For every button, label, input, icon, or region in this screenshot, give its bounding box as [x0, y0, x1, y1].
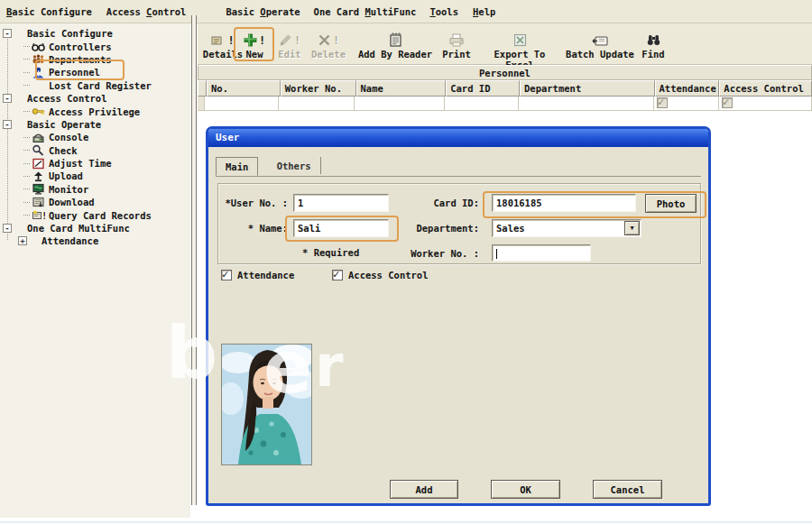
edit-icon: !: [273, 25, 306, 47]
dialog-titlebar[interactable]: User: [208, 129, 708, 147]
tree-item-label: Download: [49, 197, 95, 207]
delete-icon: !: [305, 25, 352, 47]
col-card-id[interactable]: Card ID: [446, 80, 520, 97]
menu-one-card-multifunc[interactable]: One Card MultiFunc: [312, 5, 419, 19]
tree-item-controllers[interactable]: Controllers: [0, 40, 190, 52]
col-no[interactable]: No.: [207, 80, 281, 97]
worker-no-input[interactable]: [492, 244, 591, 262]
tree-connector: [23, 111, 30, 112]
expand-icon[interactable]: +: [18, 236, 27, 245]
tree-connector: [23, 163, 30, 164]
toolbar-delete-button[interactable]: ! Delete: [305, 25, 352, 63]
toolbar-batch-update-button[interactable]: Batch Update: [560, 25, 640, 63]
collapse-icon[interactable]: -: [3, 120, 12, 129]
toolbar-edit-button[interactable]: ! Edit: [273, 25, 306, 63]
user-no-input[interactable]: [293, 194, 389, 212]
col-attendance[interactable]: Attendance: [655, 80, 720, 97]
attendance-checkbox[interactable]: [221, 270, 232, 280]
access-control-checkbox[interactable]: [332, 270, 343, 280]
table-row[interactable]: [198, 97, 812, 111]
menu-basic-configure[interactable]: Basic Configure: [5, 5, 94, 19]
menu-tools[interactable]: Tools: [428, 5, 460, 19]
tree-item-console[interactable]: Console: [0, 131, 190, 143]
tree-connector: [23, 176, 30, 177]
menu-basic-operate[interactable]: Basic Operate: [224, 5, 301, 19]
collapse-icon[interactable]: -: [3, 29, 12, 38]
tree-item-access-privilege[interactable]: Access Privilege: [0, 105, 190, 117]
toolbar-button-label: Add By Reader: [353, 49, 438, 60]
tree-item-query-card-records[interactable]: ! Query Card Records: [0, 208, 190, 221]
tree-item-label: Access Control: [27, 93, 107, 104]
printer-icon: [437, 25, 476, 47]
tree-item-label: Controllers: [49, 41, 112, 52]
tree-item-check[interactable]: Check: [0, 144, 190, 157]
col-worker-no[interactable]: Worker No.: [281, 80, 356, 97]
tree-item-departments[interactable]: Departments: [0, 53, 190, 66]
toolbar-export-to-excel-button[interactable]: Export To Excel: [477, 25, 562, 63]
tree-item-upload[interactable]: Upload: [0, 170, 190, 182]
tab-others[interactable]: Others: [268, 157, 321, 174]
col-name[interactable]: Name: [356, 80, 447, 97]
department-value: Sales: [496, 223, 624, 234]
collapse-icon[interactable]: -: [3, 94, 12, 103]
departments-icon: [32, 53, 45, 65]
panel-splitter[interactable]: [191, 15, 197, 505]
tree-connector: [23, 72, 30, 73]
magnifier-icon: [32, 144, 45, 156]
toolbar-find-button[interactable]: Find: [636, 25, 670, 63]
access-control-checkbox: [722, 97, 733, 108]
user-photo[interactable]: [221, 344, 312, 465]
personnel-icon: [32, 67, 45, 78]
col-department[interactable]: Department: [520, 80, 655, 97]
cancel-button[interactable]: Cancel: [593, 480, 662, 499]
access-control-checkbox-label: Access Control: [348, 270, 429, 280]
tree-item-download[interactable]: Download: [0, 196, 190, 208]
tree-item-one-card-multifunc[interactable]: - One Card MultiFunc: [0, 222, 190, 234]
tree-item-personnel[interactable]: Personnel: [0, 66, 190, 78]
menu-help[interactable]: Help: [471, 5, 497, 19]
toolbar-print-button[interactable]: Print: [437, 25, 476, 63]
menu-access-control[interactable]: Access Control: [105, 5, 189, 19]
table-caption: Personnel: [198, 65, 812, 80]
col-access-control[interactable]: Access Control: [719, 80, 812, 97]
tree-item-label: Basic Operate: [27, 119, 101, 130]
card-id-input[interactable]: [492, 194, 636, 212]
batch-update-icon: [560, 25, 640, 47]
tree-item-access-control[interactable]: - Access Control: [0, 92, 190, 105]
cell-worker-no: [279, 97, 355, 111]
dialog-body: Main Others *User No. : Card ID: Photo *…: [208, 147, 708, 503]
worker-no-label: Worker No. :: [403, 248, 479, 259]
tree-item-basic-configure[interactable]: - Basic Configure: [0, 27, 190, 40]
text-cursor: [496, 249, 497, 259]
toolbar-add-by-reader-button[interactable]: Add By Reader: [353, 25, 438, 63]
chevron-down-icon[interactable]: ▼: [624, 221, 640, 235]
add-button[interactable]: Add: [390, 480, 458, 499]
tree-item-label: Query Card Records: [49, 210, 152, 221]
attendance-checkbox-field[interactable]: Attendance: [221, 270, 294, 280]
row-selector-cell[interactable]: [198, 97, 205, 111]
tree-item-label: Personnel: [49, 67, 100, 78]
tree-item-adjust-time[interactable]: Adjust Time: [0, 157, 190, 170]
department-select[interactable]: Sales ▼: [492, 219, 641, 237]
tree-item-lost-card-register[interactable]: Lost Card Register: [0, 79, 190, 92]
tree-item-attendance[interactable]: + Attendance: [0, 234, 190, 247]
access-control-checkbox-field[interactable]: Access Control: [332, 270, 429, 280]
table-header-row: No. Worker No. Name Card ID Department A…: [198, 80, 812, 97]
ok-button[interactable]: OK: [491, 480, 560, 499]
tree-item-label: Monitor: [49, 184, 88, 195]
photo-button[interactable]: Photo: [645, 194, 697, 213]
tree-item-basic-operate[interactable]: - Basic Operate: [0, 118, 190, 131]
tree-connector: [23, 188, 30, 189]
cell-access-control: [719, 97, 812, 111]
toolbar-new-button[interactable]: ! New: [235, 25, 274, 63]
tab-main[interactable]: Main: [216, 157, 258, 176]
tree-item-label: Upload: [49, 170, 83, 181]
collapse-icon[interactable]: -: [3, 224, 12, 233]
personnel-table: Personnel No. Worker No. Name Card ID De…: [198, 65, 812, 111]
name-input[interactable]: [293, 219, 389, 237]
tree-item-monitor[interactable]: Monitor: [0, 183, 190, 196]
blank-icon: [32, 79, 45, 91]
tree-connector: [23, 150, 30, 151]
attendance-checkbox: [657, 97, 668, 108]
tree-item-label: Console: [49, 132, 88, 142]
